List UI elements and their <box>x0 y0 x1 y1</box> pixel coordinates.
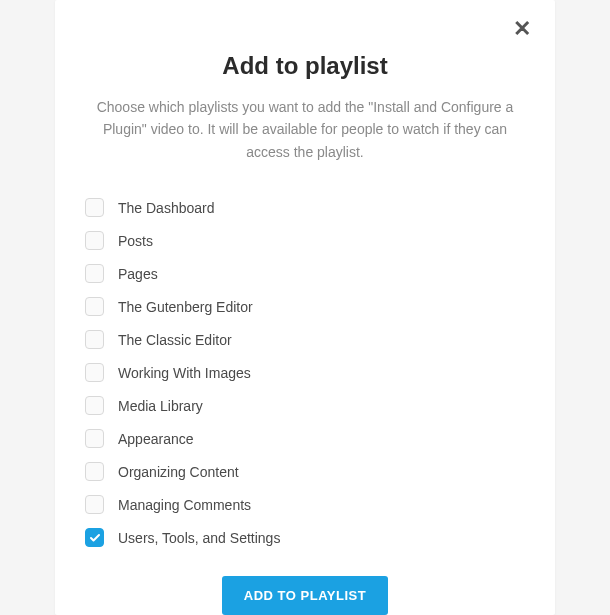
playlist-item[interactable]: Media Library <box>85 389 525 422</box>
playlist-label: Posts <box>118 233 153 249</box>
add-to-playlist-button[interactable]: ADD TO PLAYLIST <box>222 576 388 615</box>
playlist-item[interactable]: Organizing Content <box>85 455 525 488</box>
playlist-item[interactable]: The Dashboard <box>85 191 525 224</box>
checkbox[interactable] <box>85 396 104 415</box>
checkbox[interactable] <box>85 231 104 250</box>
playlist-label: Appearance <box>118 431 194 447</box>
playlist-label: Working With Images <box>118 365 251 381</box>
checkbox[interactable] <box>85 198 104 217</box>
playlist-label: The Classic Editor <box>118 332 232 348</box>
playlist-label: The Gutenberg Editor <box>118 299 253 315</box>
checkbox[interactable] <box>85 462 104 481</box>
add-to-playlist-modal: ✕ Add to playlist Choose which playlists… <box>55 0 555 615</box>
close-icon[interactable]: ✕ <box>513 18 531 40</box>
checkbox[interactable] <box>85 429 104 448</box>
playlist-label: The Dashboard <box>118 200 215 216</box>
playlist-label: Media Library <box>118 398 203 414</box>
checkbox[interactable] <box>85 528 104 547</box>
playlist-item[interactable]: The Gutenberg Editor <box>85 290 525 323</box>
checkbox[interactable] <box>85 330 104 349</box>
playlist-label: Users, Tools, and Settings <box>118 530 280 546</box>
playlist-item[interactable]: Appearance <box>85 422 525 455</box>
checkbox[interactable] <box>85 297 104 316</box>
modal-title: Add to playlist <box>55 52 555 80</box>
playlist-item[interactable]: Managing Comments <box>85 488 525 521</box>
playlist-list: The DashboardPostsPagesThe Gutenberg Edi… <box>55 191 555 554</box>
playlist-item[interactable]: Working With Images <box>85 356 525 389</box>
playlist-label: Managing Comments <box>118 497 251 513</box>
playlist-label: Organizing Content <box>118 464 239 480</box>
playlist-item[interactable]: Pages <box>85 257 525 290</box>
modal-description: Choose which playlists you want to add t… <box>55 96 555 163</box>
playlist-item[interactable]: Posts <box>85 224 525 257</box>
checkbox[interactable] <box>85 264 104 283</box>
playlist-item[interactable]: The Classic Editor <box>85 323 525 356</box>
checkbox[interactable] <box>85 363 104 382</box>
checkbox[interactable] <box>85 495 104 514</box>
playlist-label: Pages <box>118 266 158 282</box>
modal-footer: ADD TO PLAYLIST <box>55 576 555 615</box>
playlist-item[interactable]: Users, Tools, and Settings <box>85 521 525 554</box>
